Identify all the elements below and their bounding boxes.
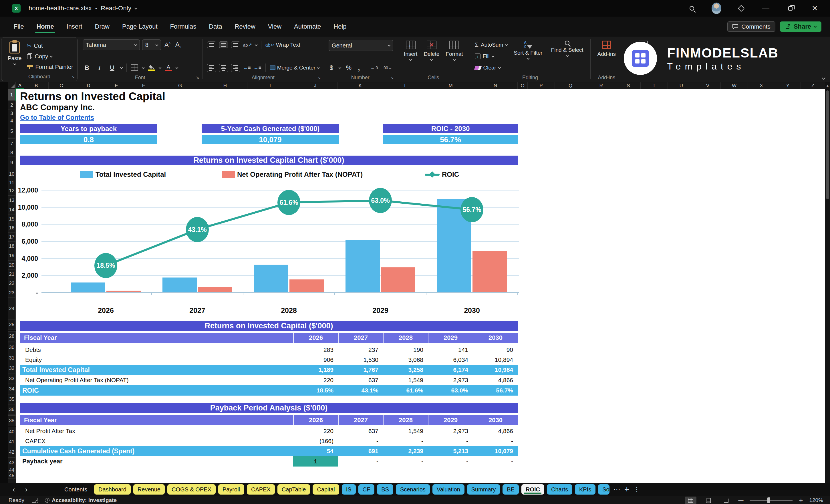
font-name-select[interactable]: Tahoma	[83, 39, 140, 50]
sheet-tab-so[interactable]: So	[598, 484, 609, 495]
align-top-button[interactable]	[207, 41, 216, 48]
column-header-M[interactable]: M	[428, 83, 473, 89]
zoom-out-button[interactable]: —	[738, 497, 743, 503]
column-headers[interactable]: ABCDEFGHIJKLMNOPQRSTUVWXYZ	[16, 83, 825, 89]
row-header-36[interactable]: 36	[8, 405, 16, 415]
sheet-tab-revenue[interactable]: Revenue	[133, 484, 165, 495]
bar-nopat[interactable]	[473, 251, 507, 293]
cell-value[interactable]: -	[383, 436, 428, 446]
bar-nopat[interactable]	[381, 267, 415, 293]
column-header-R[interactable]: R	[586, 83, 616, 89]
row-header-31[interactable]: 31	[8, 353, 16, 363]
sheet-tab-captable[interactable]: CapTable	[278, 484, 310, 495]
row-header-42[interactable]: 42	[8, 447, 16, 458]
grow-font-button[interactable]: A˄	[163, 41, 172, 49]
row-header-41[interactable]: 41	[8, 437, 16, 447]
cell-value[interactable]: 61.6%	[383, 385, 428, 396]
cell-value[interactable]: 10,079	[473, 446, 518, 456]
number-dialog-launcher[interactable]: ↘	[390, 75, 394, 80]
table-of-contents-link[interactable]: Go to Table of Contents	[20, 114, 94, 122]
cell-value[interactable]: -	[383, 456, 428, 467]
column-header-S[interactable]: S	[616, 83, 641, 89]
column-header-P[interactable]: P	[528, 83, 555, 89]
column-header-A[interactable]: A	[16, 83, 24, 89]
row-header-34[interactable]: 34	[8, 384, 16, 395]
sheet-tab-is[interactable]: IS	[342, 484, 356, 495]
table-row[interactable]: CAPEX(166)----	[20, 436, 518, 446]
fill-color-button[interactable]	[148, 65, 155, 71]
select-all-corner[interactable]	[8, 83, 16, 89]
cell-value[interactable]: -	[428, 456, 473, 467]
menu-tab-formulas[interactable]: Formulas	[165, 20, 202, 34]
sheet-options-button[interactable]: ⋮	[633, 485, 640, 494]
premium-diamond-icon[interactable]	[736, 3, 746, 13]
bar-nopat[interactable]	[289, 280, 324, 293]
copy-button[interactable]: Copy	[27, 52, 73, 61]
row-header-1[interactable]: 1	[8, 89, 16, 101]
increase-decimal-button[interactable]: ←.0	[371, 65, 378, 70]
cell-value[interactable]: 63.0%	[428, 385, 473, 396]
percent-format-button[interactable]: %	[345, 64, 352, 71]
column-header-T[interactable]: T	[641, 83, 668, 89]
sheet-tab-kpis[interactable]: KPIs	[575, 484, 596, 495]
cell-value[interactable]: 18.5%	[293, 385, 338, 396]
menu-tab-page-layout[interactable]: Page Layout	[117, 20, 163, 34]
add-sheet-button[interactable]: +	[625, 484, 630, 494]
cell-value[interactable]: 906	[293, 355, 338, 365]
font-dialog-launcher[interactable]: ↘	[196, 75, 199, 80]
avatar[interactable]	[711, 3, 721, 13]
number-format-select[interactable]: General	[329, 40, 393, 51]
cell-value[interactable]: 4,866	[473, 375, 518, 385]
cell-value[interactable]: 1,549	[383, 426, 428, 436]
menu-tab-draw[interactable]: Draw	[90, 20, 115, 34]
align-bottom-button[interactable]	[231, 41, 240, 48]
sort-filter-button[interactable]: AZ Sort & Filter	[511, 39, 545, 73]
row-header-9[interactable]: 9	[8, 156, 16, 169]
find-select-button[interactable]: Find & Select	[549, 39, 586, 73]
column-header-W[interactable]: W	[721, 83, 748, 89]
column-header-U[interactable]: U	[668, 83, 695, 89]
row-headers[interactable]: 1234578910111213141516171819202122232425…	[8, 89, 16, 483]
menu-tab-help[interactable]: Help	[328, 20, 352, 34]
column-header-G[interactable]: G	[157, 83, 203, 89]
sheet-tab-cogs-opex[interactable]: COGS & OPEX	[167, 484, 216, 495]
row-header-38[interactable]: 38	[8, 416, 16, 426]
cell-value[interactable]: 637	[338, 375, 383, 385]
column-header-F[interactable]: F	[130, 83, 157, 89]
align-left-button[interactable]	[207, 64, 216, 72]
menu-tab-automate[interactable]: Automate	[289, 20, 326, 34]
page-layout-view-button[interactable]	[703, 497, 714, 504]
autosum-button[interactable]: Σ AutoSum	[475, 40, 508, 50]
cell-value[interactable]: 54	[293, 446, 338, 456]
table-row[interactable]: Net Operating Profit After Tax (NOPAT)22…	[20, 375, 518, 385]
sheet-tab-contents[interactable]: Contents	[60, 484, 92, 495]
table-row[interactable]: Payback year1----	[20, 456, 518, 467]
cell-value[interactable]: 2,239	[383, 446, 428, 456]
orientation-button[interactable]: ab↗	[243, 42, 252, 48]
table-row[interactable]: Total Invested Capital1,1891,7673,2586,1…	[20, 365, 518, 375]
cell-value[interactable]: (166)	[293, 436, 338, 446]
font-color-button[interactable]: A	[165, 65, 172, 71]
row-header-17[interactable]: 17	[8, 232, 16, 242]
wrap-text-button[interactable]: ab↩ Wrap Text	[265, 40, 300, 50]
cell-value[interactable]: 10,894	[473, 355, 518, 365]
merge-center-button[interactable]: Merge & Center	[270, 63, 319, 73]
bar-total-invested-capital[interactable]	[71, 283, 105, 293]
format-painter-button[interactable]: Format Painter	[27, 62, 73, 72]
sheet-tab-charts[interactable]: Charts	[547, 484, 572, 495]
cell-value[interactable]: 43.1%	[338, 385, 383, 396]
row-header-14[interactable]: 14	[8, 206, 16, 215]
cell-value[interactable]: 237	[338, 345, 383, 355]
cell-value[interactable]: 691	[338, 446, 383, 456]
bar-total-invested-capital[interactable]	[162, 278, 197, 293]
row-header-8[interactable]: 8	[8, 149, 16, 156]
vertical-scroll-thumb[interactable]	[826, 90, 829, 199]
vertical-scrollbar[interactable]: ▲	[825, 83, 830, 483]
cell-value[interactable]: 6,174	[428, 365, 473, 375]
alignment-dialog-launcher[interactable]: ↘	[317, 75, 321, 80]
cell-value[interactable]: 220	[293, 375, 338, 385]
row-header-7[interactable]: 7	[8, 139, 16, 149]
sheet-tab-capital[interactable]: Capital	[313, 484, 339, 495]
cell-value[interactable]: 220	[293, 426, 338, 436]
menu-tab-data[interactable]: Data	[204, 20, 227, 34]
